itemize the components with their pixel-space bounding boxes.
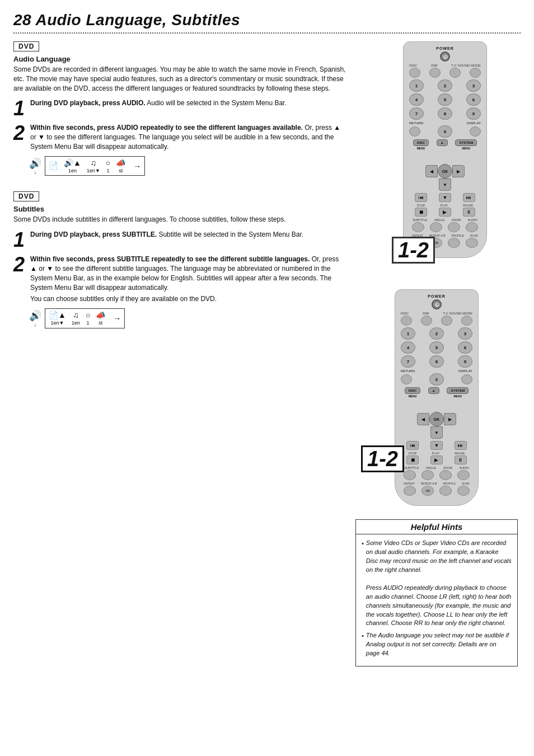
subtitle-btn[interactable] bbox=[412, 222, 424, 232]
btn-8-2[interactable]: 8 bbox=[429, 355, 444, 368]
dim-btn[interactable] bbox=[429, 68, 441, 78]
stop-btn[interactable]: ⏹ bbox=[415, 208, 427, 217]
disc-btn[interactable] bbox=[409, 68, 420, 78]
down-btn2[interactable]: ▼ bbox=[439, 193, 451, 202]
tc-sound-btn[interactable] bbox=[449, 68, 461, 78]
btn-0-2[interactable]: 0 bbox=[429, 373, 444, 386]
btn-2-2[interactable]: 2 bbox=[429, 327, 444, 340]
rewind-btn-2[interactable]: ⏮ bbox=[406, 441, 419, 450]
remote-group-1: POWER ⏻ DISCDIMT-C SOUND MODE 1 2 3 bbox=[403, 41, 487, 258]
tc-sound-btn-2[interactable] bbox=[441, 316, 452, 326]
power-button-2[interactable]: ⏻ bbox=[432, 299, 442, 309]
num-row-2: 4 5 6 bbox=[409, 93, 481, 106]
audio-btn[interactable] bbox=[466, 222, 478, 232]
disc-btn-2[interactable] bbox=[401, 316, 412, 326]
step1-num: 1 bbox=[13, 98, 26, 119]
num-row-1-2: 1 2 3 bbox=[401, 327, 472, 340]
dim-btn-2[interactable] bbox=[421, 316, 432, 326]
power-button[interactable]: ⏻ bbox=[440, 51, 450, 62]
btn-5[interactable]: 5 bbox=[438, 93, 452, 106]
btn-9[interactable]: 9 bbox=[466, 107, 481, 120]
btn-2[interactable]: 2 bbox=[438, 79, 452, 92]
btn-1[interactable]: 1 bbox=[409, 79, 424, 92]
section-subtitles: DVD Subtitles Some DVDs include subtitle… bbox=[13, 191, 347, 328]
down-btn2-2[interactable]: ▼ bbox=[430, 441, 443, 450]
repeat-ab-btn-2[interactable]: AB bbox=[421, 486, 434, 496]
disc-menu-btn[interactable]: DISC bbox=[413, 139, 429, 146]
section2-step1-text: During DVD playback, press SUBTITLE. Sub… bbox=[30, 230, 303, 240]
step2-num: 2 bbox=[13, 123, 26, 143]
btn-8[interactable]: 8 bbox=[438, 107, 452, 120]
play-btn-2[interactable]: ▶ bbox=[430, 456, 443, 464]
return-btn-2[interactable] bbox=[401, 374, 412, 384]
btn-6[interactable]: 6 bbox=[466, 93, 481, 106]
btn-4[interactable]: 4 bbox=[409, 93, 424, 106]
play-btn[interactable]: ▶ bbox=[439, 208, 451, 217]
power-label: POWER bbox=[409, 46, 481, 50]
zoom-btn-2[interactable] bbox=[439, 470, 452, 480]
extra-btn[interactable] bbox=[470, 68, 481, 78]
btn-6-2[interactable]: 6 bbox=[458, 341, 472, 354]
shuffle-btn[interactable] bbox=[448, 238, 460, 248]
return-btn[interactable] bbox=[409, 126, 420, 137]
display-btn[interactable] bbox=[470, 126, 481, 137]
helpful-hints-title: Helpful Hints bbox=[356, 520, 517, 534]
pause-btn[interactable]: ⏸ bbox=[463, 208, 475, 217]
dpad-right[interactable]: ▶ bbox=[452, 165, 465, 177]
btn-0[interactable]: 0 bbox=[438, 125, 452, 138]
hint-bullet-1: • bbox=[362, 539, 364, 628]
menu-bar-icons-2: 📄▲ 1en▼ ♫ 1en ○ 1 📣 st → bbox=[45, 308, 125, 328]
extra-btn-2[interactable] bbox=[461, 316, 472, 326]
ffwd-btn[interactable]: ⏭ bbox=[463, 193, 475, 202]
stop-btn-2[interactable]: ⏹ bbox=[406, 456, 419, 464]
btn-1-2[interactable]: 1 bbox=[401, 327, 415, 340]
menu-icon-subtitle2: 📄▲ 1en▼ bbox=[49, 311, 66, 326]
repeat-btn-2[interactable] bbox=[404, 486, 416, 496]
btn-7-2[interactable]: 7 bbox=[401, 355, 415, 368]
dpad-left-2[interactable]: ◀ bbox=[417, 413, 429, 425]
angle-btn-2[interactable] bbox=[421, 470, 434, 480]
menu-icon-angle2: ○ 1 bbox=[86, 311, 90, 326]
audio-btn-2[interactable] bbox=[457, 470, 470, 480]
dpad-down[interactable]: ▼ bbox=[439, 179, 451, 191]
dpad-left[interactable]: ◀ bbox=[425, 165, 438, 177]
display-btn-2[interactable] bbox=[461, 374, 472, 384]
zoom-btn[interactable] bbox=[448, 222, 460, 232]
badge-12-bottom: 1-2 bbox=[361, 445, 404, 472]
btn-3[interactable]: 3 bbox=[466, 79, 481, 92]
shuffle-btn-2[interactable] bbox=[439, 486, 452, 496]
btn-9-2[interactable]: 9 bbox=[458, 355, 472, 368]
scan-btn[interactable] bbox=[466, 238, 478, 248]
num-row-1: 1 2 3 bbox=[409, 79, 481, 92]
ok-btn[interactable]: OK bbox=[438, 164, 452, 179]
stop-play-pause-row-2: ⏹ ▶ ⏸ bbox=[401, 456, 472, 464]
num-row-3-2: 7 8 9 bbox=[401, 355, 472, 368]
globe-icon: 🔊 ↓ bbox=[29, 157, 41, 175]
btn-4-2[interactable]: 4 bbox=[401, 341, 415, 354]
remote-control-2: POWER ⏻ DISCDIMT-C SOUND MODE 1 2 3 bbox=[395, 289, 479, 506]
dpad-down-2[interactable]: ▼ bbox=[430, 426, 443, 439]
rewind-btn[interactable]: ⏮ bbox=[415, 193, 427, 202]
btn-3-2[interactable]: 3 bbox=[458, 327, 472, 340]
top-row-labels: DISCDIMT-C SOUND MODE bbox=[409, 64, 481, 67]
section2-step2-num: 2 bbox=[13, 255, 26, 275]
up-btn[interactable]: ▲ bbox=[437, 139, 448, 146]
dpad-right-2[interactable]: ▶ bbox=[444, 413, 456, 425]
ffwd-btn-2[interactable]: ⏭ bbox=[455, 441, 467, 450]
angle-btn[interactable] bbox=[430, 222, 442, 232]
system-menu-btn[interactable]: SYSTEM bbox=[455, 139, 477, 146]
ok-btn-2[interactable]: OK bbox=[429, 412, 444, 426]
pause-btn-2[interactable]: ⏸ bbox=[455, 456, 467, 464]
dvd-badge-1: DVD bbox=[13, 41, 39, 51]
system-menu-btn-2[interactable]: SYSTEM bbox=[447, 387, 469, 394]
menu-icon-audio: 🔊▲ 1en bbox=[64, 158, 81, 174]
scan-btn-2[interactable] bbox=[457, 486, 470, 496]
btn-7[interactable]: 7 bbox=[409, 107, 424, 120]
disc-menu-btn-2[interactable]: DISC bbox=[405, 387, 420, 394]
up-btn-2[interactable]: ▲ bbox=[428, 387, 439, 394]
menu-icon-speaker2: 📣 st bbox=[96, 311, 105, 326]
hint-text-2: The Audio language you select may not be… bbox=[366, 631, 512, 658]
globe-icon-2: 🔊 ↓ bbox=[29, 309, 41, 327]
btn-5-2[interactable]: 5 bbox=[429, 341, 444, 354]
subtitle-btn-2[interactable] bbox=[404, 470, 416, 480]
